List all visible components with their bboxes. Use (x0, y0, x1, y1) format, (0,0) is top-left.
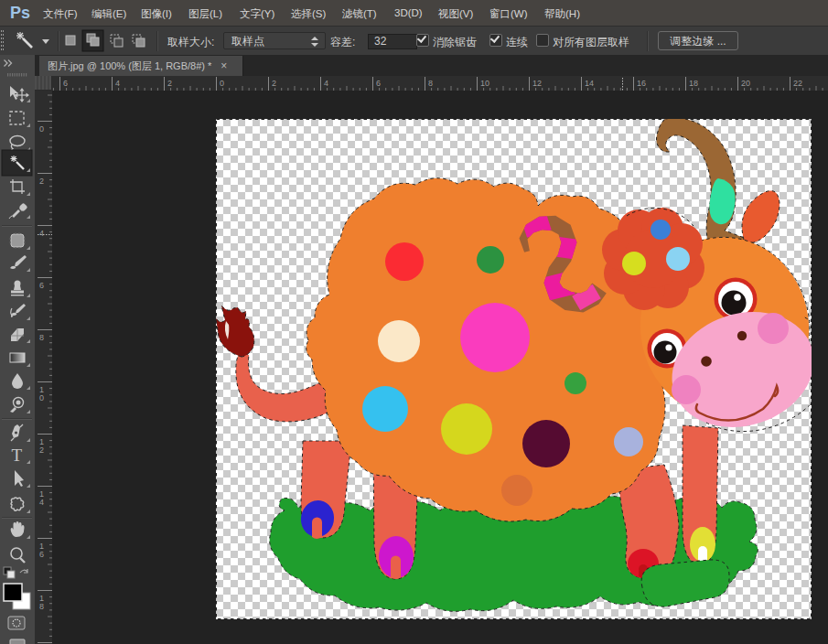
svg-text:4: 4 (39, 498, 44, 507)
svg-text:0: 0 (39, 124, 44, 134)
svg-text:0: 0 (220, 79, 224, 88)
svg-text:6: 6 (39, 281, 44, 290)
svg-text:8: 8 (39, 602, 44, 611)
svg-text:22: 22 (793, 79, 802, 88)
svg-text:2: 2 (39, 445, 44, 455)
svg-text:2: 2 (167, 79, 172, 88)
svg-text:10: 10 (480, 79, 489, 88)
svg-text:18: 18 (689, 79, 698, 88)
svg-text:6: 6 (376, 79, 381, 88)
svg-text:12: 12 (532, 79, 542, 88)
svg-text:4: 4 (39, 229, 44, 238)
svg-text:14: 14 (585, 79, 594, 88)
svg-text:0: 0 (39, 393, 44, 402)
svg-text:4: 4 (324, 79, 328, 88)
svg-text:6: 6 (63, 79, 68, 88)
svg-text:16: 16 (637, 79, 646, 88)
svg-text:6: 6 (39, 550, 44, 559)
svg-text:2: 2 (272, 79, 276, 88)
svg-text:8: 8 (428, 79, 433, 88)
svg-text:2: 2 (39, 177, 44, 186)
svg-text:T: T (12, 445, 23, 465)
svg-text:20: 20 (741, 79, 750, 88)
svg-text:4: 4 (115, 79, 120, 88)
svg-text:8: 8 (39, 333, 44, 342)
